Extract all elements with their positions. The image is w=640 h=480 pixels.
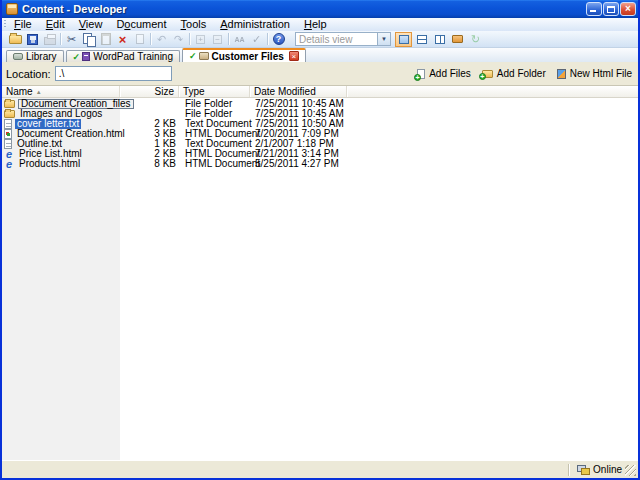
details-view-button[interactable] <box>395 32 412 47</box>
file-rows: Document Creation_files File Folder 7/25… <box>2 98 638 169</box>
split-horizontal-view-button[interactable] <box>413 32 430 47</box>
menu-help-accel: H <box>304 18 312 30</box>
preview-button <box>131 32 148 47</box>
plus-icon: + <box>196 35 205 44</box>
resize-grip[interactable] <box>625 465 636 476</box>
spellcheck-button: ✓ <box>248 32 265 47</box>
toolbar-separator <box>60 33 61 45</box>
tab-wordpad-training[interactable]: ✓ WordPad Training <box>66 50 180 62</box>
view-mode-combobox[interactable]: Details view ▼ <box>295 32 391 46</box>
menu-document[interactable]: Document <box>109 18 173 31</box>
tab-strip: Library ✓ WordPad Training ✓ Customer Fi… <box>2 48 638 62</box>
delete-button[interactable]: × <box>114 32 131 47</box>
location-label: Location: <box>6 68 51 80</box>
column-header-size[interactable]: Size <box>120 86 179 97</box>
wordpad-doc-icon <box>82 52 90 61</box>
folder-icon <box>4 110 15 118</box>
toolbar: ✂ × ↶ ↷ + − AA ✓ ? Details view ▼ ↻ <box>2 31 638 48</box>
column-size-label: Size <box>155 86 174 97</box>
column-header-date-modified[interactable]: Date Modified <box>250 86 347 97</box>
folder-icon <box>4 100 15 108</box>
cut-button[interactable]: ✂ <box>63 32 80 47</box>
print-button <box>41 32 58 47</box>
collapse-button: − <box>209 32 226 47</box>
file-list: Name▲ Size Type Date Modified Document C… <box>2 86 638 460</box>
toolbar-grip[interactable] <box>2 18 7 31</box>
location-input[interactable] <box>55 66 172 81</box>
file-size <box>120 99 179 109</box>
check-icon: ✓ <box>189 51 197 61</box>
add-files-icon: + <box>417 69 425 79</box>
internet-explorer-icon: e <box>4 159 14 169</box>
window-title: Content - Developer <box>22 3 585 15</box>
split-horizontal-icon <box>417 35 427 44</box>
toolbar-separator <box>150 33 151 45</box>
menu-administration-accel: A <box>220 18 227 30</box>
close-icon: × <box>625 4 631 14</box>
library-icon <box>13 53 23 60</box>
file-size: 8 KB <box>120 159 179 169</box>
file-type: HTML Document <box>179 159 250 169</box>
menu-administration[interactable]: Administration <box>213 18 297 31</box>
menu-file-accel: F <box>14 18 21 30</box>
online-status-icon <box>577 465 590 475</box>
minimize-button[interactable] <box>586 2 602 16</box>
column-date-label: Date Modified <box>254 86 316 97</box>
add-files-label: Add Files <box>429 68 471 79</box>
close-button[interactable]: × <box>620 2 636 16</box>
copy-button[interactable] <box>80 32 97 47</box>
menu-file-label: ile <box>21 18 32 30</box>
close-icon: × <box>291 52 296 61</box>
save-icon <box>27 34 38 45</box>
chevron-down-icon: ▼ <box>381 36 387 42</box>
tab-library-label: Library <box>26 51 57 62</box>
new-html-file-button[interactable]: New Html File <box>557 68 632 79</box>
html-document-icon <box>4 129 12 139</box>
menu-view-accel: V <box>79 18 86 30</box>
column-header-name[interactable]: Name▲ <box>2 86 120 97</box>
menu-tools-label: ools <box>186 18 206 30</box>
menu-file[interactable]: File <box>7 18 39 31</box>
toolbar-separator <box>228 33 229 45</box>
column-name-label: Name <box>6 86 33 97</box>
menu-view-label: iew <box>86 18 103 30</box>
document-icon <box>136 34 144 44</box>
add-files-button[interactable]: + Add Files <box>417 68 471 79</box>
combobox-dropdown-button[interactable]: ▼ <box>377 33 390 45</box>
menu-edit-label: dit <box>53 18 65 30</box>
menu-tools[interactable]: Tools <box>174 18 214 31</box>
paste-icon <box>101 33 111 45</box>
view-mode-value: Details view <box>296 33 377 45</box>
online-status-label: Online <box>593 464 622 475</box>
folder-up-button[interactable] <box>449 32 466 47</box>
menu-view[interactable]: View <box>72 18 110 31</box>
new-html-file-label: New Html File <box>570 68 632 79</box>
undo-button: ↶ <box>153 32 170 47</box>
maximize-button[interactable] <box>603 2 619 16</box>
customer-files-icon <box>199 52 209 60</box>
add-folder-button[interactable]: + Add Folder <box>482 68 546 79</box>
menu-help[interactable]: Help <box>297 18 334 31</box>
menu-edit-accel: E <box>46 18 53 30</box>
column-header-type[interactable]: Type <box>179 86 250 97</box>
tab-library[interactable]: Library <box>6 50 64 62</box>
redo-icon: ↷ <box>174 34 183 45</box>
tab-customer-files[interactable]: ✓ Customer Files × <box>182 48 306 62</box>
sort-ascending-icon: ▲ <box>36 89 42 95</box>
file-name[interactable]: Products.html <box>17 159 82 169</box>
menu-document-label: cument <box>130 18 166 30</box>
copy-icon <box>83 33 95 45</box>
tab-wordpad-training-label: WordPad Training <box>93 51 173 62</box>
paste-button <box>97 32 114 47</box>
open-button[interactable] <box>7 32 24 47</box>
open-folder-icon <box>9 35 22 44</box>
menu-edit[interactable]: Edit <box>39 18 72 31</box>
help-button[interactable]: ? <box>270 32 287 47</box>
status-bar: Online <box>2 460 638 478</box>
tab-close-button[interactable]: × <box>289 51 299 61</box>
save-button[interactable] <box>24 32 41 47</box>
print-icon <box>44 37 56 45</box>
plus-badge-icon: + <box>414 74 421 81</box>
table-row[interactable]: eProducts.html 8 KB HTML Document 5/25/2… <box>2 159 638 169</box>
split-vertical-view-button[interactable] <box>431 32 448 47</box>
